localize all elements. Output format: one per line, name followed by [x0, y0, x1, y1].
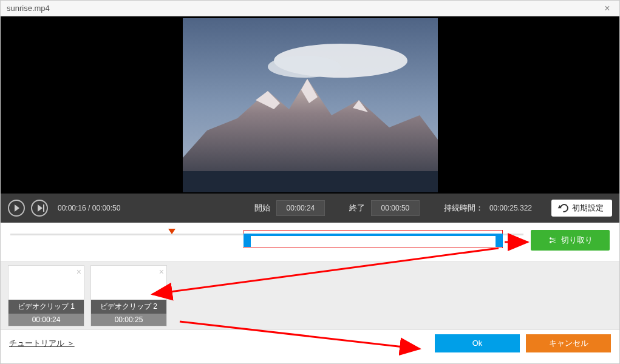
- scissors-icon: [548, 235, 557, 245]
- total-time: 00:00:50: [92, 204, 121, 212]
- clip-thumbnail: [91, 266, 166, 300]
- end-time-input[interactable]: 00:00:50: [371, 200, 420, 216]
- current-time: 00:00:16: [58, 204, 86, 212]
- ok-button[interactable]: Ok: [435, 334, 520, 352]
- controls-bar: 00:00:16 / 00:00:50 開始 00:00:24 終了 00:00…: [1, 194, 619, 223]
- clip-time: 00:00:24: [9, 314, 84, 326]
- cancel-label: キャンセル: [549, 338, 588, 349]
- clip-name: ビデオクリップ 1: [9, 300, 84, 314]
- play-button[interactable]: [8, 200, 25, 217]
- start-time-input[interactable]: 00:00:24: [276, 200, 325, 216]
- range-start-handle[interactable]: [244, 234, 251, 247]
- video-frame[interactable]: [183, 18, 438, 192]
- start-label: 開始: [254, 203, 270, 214]
- play-icon: [15, 204, 19, 212]
- cut-label: 切り取り: [561, 235, 593, 246]
- close-icon[interactable]: ×: [601, 3, 613, 14]
- editor-window: sunrise.mp4 ×: [0, 0, 620, 364]
- mountain-scene: [183, 18, 438, 192]
- svg-rect-3: [183, 171, 438, 192]
- timeline-row: 切り取り: [1, 223, 619, 261]
- clip-name: ビデオクリップ 2: [91, 300, 166, 314]
- footer: チュートリアル ＞ Ok キャンセル: [1, 329, 619, 356]
- playhead-marker[interactable]: [168, 229, 175, 234]
- clip-item-2[interactable]: × ビデオクリップ 2 00:00:25: [90, 265, 167, 326]
- end-time-value: 00:00:50: [381, 204, 410, 212]
- titlebar: sunrise.mp4 ×: [1, 1, 619, 16]
- range-end-handle[interactable]: [496, 234, 503, 247]
- window-title: sunrise.mp4: [7, 4, 601, 13]
- ok-label: Ok: [472, 339, 483, 348]
- reset-button[interactable]: 初期設定: [551, 200, 612, 217]
- clip-item-1[interactable]: × ビデオクリップ 1 00:00:24: [8, 265, 84, 326]
- clip-time: 00:00:25: [91, 314, 166, 326]
- duration-value: 00:00:25.322: [489, 204, 532, 212]
- range-highlight-box: [244, 230, 503, 248]
- refresh-icon: [558, 202, 570, 214]
- clip-remove-icon[interactable]: ×: [159, 267, 164, 277]
- selection-segment: [247, 234, 499, 236]
- clips-row: × ビデオクリップ 1 00:00:24 × ビデオクリップ 2 00:00:2…: [1, 261, 619, 329]
- tutorial-link[interactable]: チュートリアル ＞: [9, 338, 75, 349]
- clip-thumbnail: [9, 266, 84, 300]
- step-forward-button[interactable]: [31, 200, 48, 217]
- svg-point-2: [268, 56, 341, 78]
- cut-button[interactable]: 切り取り: [531, 230, 610, 251]
- cancel-button[interactable]: キャンセル: [526, 334, 611, 352]
- timeline-track[interactable]: [10, 230, 523, 251]
- video-preview-area: [1, 16, 619, 194]
- playback-time: 00:00:16 / 00:00:50: [58, 204, 120, 212]
- reset-label: 初期設定: [572, 203, 604, 214]
- step-forward-icon: [38, 204, 43, 212]
- clip-remove-icon[interactable]: ×: [77, 267, 81, 277]
- start-time-value: 00:00:24: [287, 204, 315, 212]
- duration-label: 持続時間：: [444, 203, 483, 214]
- end-label: 終了: [349, 203, 365, 214]
